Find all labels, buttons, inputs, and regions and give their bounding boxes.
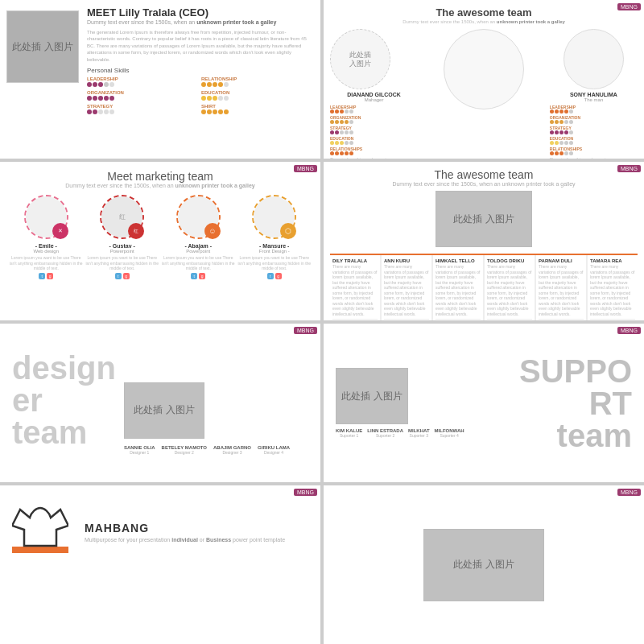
mahbang-title: MAHBANG — [85, 522, 308, 535]
skill-strategy: STRATEGY — [87, 104, 200, 116]
slide-support: MBNG 此处插 入图片 KIM KALUE Suporter 1 LINN E… — [324, 324, 644, 482]
skill-leadership: LEADERSHIP — [87, 76, 200, 89]
awesome-table-subtitle: Dummy text ever since the 1500s, when an… — [330, 181, 638, 187]
skill-relationship: RELATIONSHIP — [201, 76, 314, 89]
gustav-social2: g — [123, 273, 130, 279]
slide-6-badge: MBNG — [617, 327, 641, 334]
support-title: SUPPORTteam — [519, 355, 632, 452]
slide-8-badge: MBNG — [617, 489, 641, 496]
designer-members: SANNIE OLIA Designer 1 BETELEY MAMOTO De… — [124, 445, 308, 455]
slide-designer: MBNG designerteam 此处插 入图片 SANNIE OLIA De… — [0, 324, 320, 482]
marketing-members: ✕ - Emile - Web design Lorem ipsum you w… — [8, 195, 312, 279]
ceo-image-placeholder: 此处插 入图片 — [6, 10, 79, 83]
emile-icon: ✕ — [52, 223, 68, 239]
col-0: DILY TRALALA There are many variations o… — [330, 255, 381, 320]
support-members: KIM KALUE Suporter 1 LINN ESTRADA Suport… — [336, 428, 515, 438]
gustav-twitter: t — [115, 273, 122, 279]
awesome-table-title: The awesome team — [330, 168, 638, 181]
slide8-image: 此处插 入图片 — [423, 529, 544, 601]
personal-skills-label: Personal Skills — [87, 67, 314, 74]
col-1: ANN KURU There are many variations of pa… — [381, 255, 432, 320]
tshirt-area — [12, 497, 76, 553]
skills-grid: LEADERSHIP RELATIONSHIP ORGANIZATION — [87, 76, 314, 116]
support-1: KIM KALUE Suporter 1 — [336, 428, 362, 438]
slide-awesome-table: MBNG The awesome team Dummy text ever si… — [324, 162, 644, 320]
slide-marketing: MBNG Meet marketing team Dummy text ever… — [0, 162, 320, 320]
slide4-image: 此处插 入图片 — [436, 191, 532, 247]
mkt-mansure: ⬡ - Mansure - Front Design - Lorem ipsum… — [237, 195, 313, 279]
mkt-abajam: ☺ - Abajam - Powerpoint Lorem ipsum you … — [160, 195, 237, 279]
mkt-emile: ✕ - Emile - Web design Lorem ipsum you w… — [8, 195, 85, 279]
main-grid: 此处插 入图片 MEET Lilly Tralala (CEO) Dummy t… — [0, 0, 644, 644]
ceo-title: MEET Lilly Tralala (CEO) — [87, 6, 314, 19]
designer-3: ABAJIM GARNO Designer 3 — [213, 445, 251, 455]
abajam-icon: ☺ — [204, 223, 221, 239]
support-3: MILKHAT Suporter 3 — [408, 428, 430, 438]
designer-4: GIRIKU LAMA Designer 4 — [258, 445, 290, 455]
slide-ceo: 此处插 入图片 MEET Lilly Tralala (CEO) Dummy t… — [0, 0, 320, 159]
member-2-image — [564, 29, 624, 89]
center-circle-area — [418, 29, 550, 109]
awesome-team-header: The awesome team — [330, 6, 638, 19]
skill-education: EDUCATION — [201, 90, 314, 102]
slide-4-badge: MBNG — [617, 165, 641, 172]
support-image: 此处插 入图片 — [336, 368, 408, 424]
emile-social2: g — [47, 273, 53, 279]
gustav-icon: 红 — [128, 223, 144, 239]
team-members-row: 此处插入图片 DIANAND GILCOCK Mahager LEADERSHI… — [330, 29, 638, 159]
mansure-icon: ⬡ — [280, 223, 296, 239]
abajam-twitter: t — [191, 273, 197, 279]
ceo-subtitle: Dummy text ever since the 1500s, when an… — [87, 19, 314, 25]
support-2: LINN ESTRADA Suporter 2 — [367, 428, 403, 438]
col-4: PARNAM DULI There are many variations of… — [535, 255, 587, 320]
marketing-subtitle: Dummy text ever since the 1500s, when an… — [8, 183, 312, 188]
slide-awesome-team-top: MBNG The awesome team Dummy text ever si… — [324, 0, 644, 159]
awesome-team-subtitle: Dummy text ever since the 1500s, when an… — [330, 19, 638, 24]
team-member-1: 此处插入图片 DIANAND GILCOCK Mahager LEADERSHI… — [330, 29, 418, 159]
mansure-twitter: t — [267, 273, 274, 279]
col-3: TOLDOG DRIKU There are many variations o… — [484, 255, 535, 320]
ceo-lorem: The generated Lorem Ipsum is therefore a… — [87, 29, 314, 63]
slide-3-badge: MBNG — [294, 165, 317, 172]
ceo-content: MEET Lilly Tralala (CEO) Dummy text ever… — [87, 6, 314, 152]
mansure-social2: g — [275, 273, 282, 279]
slide-5-badge: MBNG — [294, 327, 317, 334]
mahbang-subtitle: Multipurpose for your presentation indiv… — [85, 537, 308, 543]
designer-title: designerteam — [12, 352, 116, 448]
member-1-image: 此处插入图片 — [330, 29, 390, 89]
designer-1: SANNIE OLIA Designer 1 — [124, 445, 155, 455]
tshirt-icon — [12, 497, 68, 550]
slide-7-badge: MBNG — [294, 489, 317, 496]
support-4: MILFONWAH Suporter 4 — [435, 428, 464, 438]
mahbang-content: MAHBANG Multipurpose for your presentati… — [85, 497, 308, 543]
skill-shirt: SHIRT — [201, 104, 314, 116]
center-circle — [444, 29, 524, 109]
col-2: HIMKAEL TELLO There are many variations … — [432, 255, 484, 320]
col-5: TAMARA REA There are many variations of … — [587, 255, 638, 320]
team-member-2: SONY HANULIMA The man LEADERSHIP ORGANIZ… — [550, 29, 638, 159]
skill-organization: ORGANIZATION — [87, 90, 200, 102]
mkt-gustav: 红 红 - Gustav - Powerpoint Lorem ipsum yo… — [85, 195, 161, 279]
slide-last: MBNG 此处插 入图片 — [324, 485, 644, 644]
designer-image: 此处插 入图片 — [124, 382, 204, 439]
slide-mahbang: MBNG MAHBANG Multipurpose for your prese… — [0, 485, 320, 644]
emile-twitter: t — [39, 273, 45, 279]
slide-badge: MBNG — [617, 3, 641, 10]
team-table: DILY TRALALA There are many variations o… — [330, 254, 638, 320]
designer-2: BETELEY MAMOTO Designer 2 — [162, 445, 207, 455]
abajam-social2: g — [199, 273, 205, 279]
marketing-title: Meet marketing team — [8, 170, 312, 183]
